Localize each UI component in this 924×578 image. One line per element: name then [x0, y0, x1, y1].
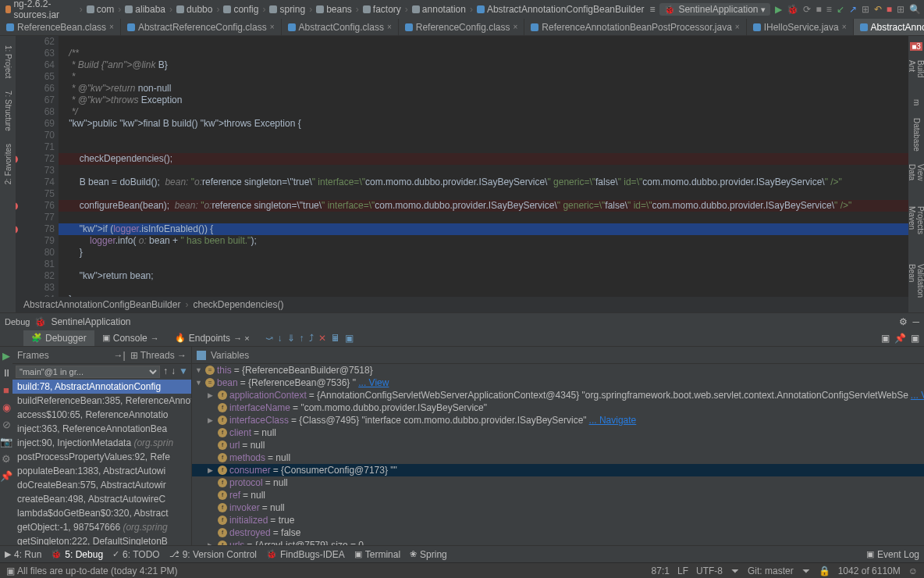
tw-spring[interactable]: ❀ Spring: [410, 549, 447, 560]
breadcrumb-item[interactable]: factory: [361, 3, 403, 16]
breadcrumb-item[interactable]: AbstractAnnotationConfigBeanBuilder: [474, 3, 646, 16]
mute-bp-icon[interactable]: ⊘: [0, 419, 12, 431]
tool-m[interactable]: m: [912, 96, 921, 109]
tw-run[interactable]: ▶ 4: Run: [5, 549, 41, 560]
breadcrumb-item[interactable]: alibaba: [123, 3, 168, 16]
drop-frame-icon[interactable]: ⤴: [309, 333, 314, 344]
run-icon[interactable]: ▶: [775, 4, 782, 15]
frames-down-icon[interactable]: ↓: [171, 366, 176, 378]
lock-icon[interactable]: 🔒: [819, 566, 830, 576]
variable-row[interactable]: f url = null: [192, 439, 924, 451]
editor-tab[interactable]: ReferenceConfig.class×: [399, 19, 525, 35]
close-tab-icon[interactable]: ×: [109, 23, 114, 31]
debugger-tab[interactable]: 🧩 Debugger: [23, 330, 94, 346]
run-cursor-icon[interactable]: ✕: [318, 333, 326, 344]
force-step-icon[interactable]: ⇓: [287, 333, 295, 344]
pin2-icon[interactable]: 📌: [0, 470, 12, 483]
stack-frame[interactable]: inject:90, InjectionMetadata (org.sprin: [12, 436, 191, 450]
pause-icon[interactable]: ⏸: [0, 367, 12, 380]
caret-position[interactable]: 87:1: [652, 566, 670, 576]
tool-project[interactable]: 1: Project: [4, 42, 12, 81]
stack-frame[interactable]: createBean:498, AbstractAutowireC: [12, 492, 191, 506]
variable-row[interactable]: f methods = null: [192, 451, 924, 464]
breadcrumb-item[interactable]: beans: [314, 3, 354, 16]
variable-row[interactable]: ▶f consumer = {ConsumerConfig@7173} "": [192, 464, 924, 476]
stack-frame[interactable]: buildReferenceBean:385, ReferenceAnnotat…: [12, 394, 191, 408]
line-separator[interactable]: LF: [677, 566, 688, 576]
variable-row[interactable]: f ref = null: [192, 489, 924, 501]
layout-icon[interactable]: ▣: [881, 333, 890, 344]
frames-list[interactable]: build:78, AbstractAnnotationConfigbuildR…: [12, 380, 191, 545]
debug-settings-icon[interactable]: ⚙: [899, 316, 908, 327]
run-config-dropdown[interactable]: 🐞 SentinelApplication ▾: [659, 3, 770, 16]
step-over-icon[interactable]: ⤻: [265, 333, 273, 344]
step-out-icon[interactable]: ↑: [300, 333, 304, 344]
variable-row[interactable]: f invoker = null: [192, 501, 924, 514]
stack-frame[interactable]: getObject:-1, 987547666 (org.spring: [12, 520, 191, 534]
stack-frame[interactable]: postProcessPropertyValues:92, Refe: [12, 450, 191, 464]
variable-row[interactable]: f destroyed = false: [192, 526, 924, 539]
frames-up-icon[interactable]: ↑: [163, 366, 168, 378]
tw-terminal[interactable]: ▣ Terminal: [354, 549, 400, 560]
tool-database[interactable]: Database: [912, 115, 921, 155]
stack-frame[interactable]: build:78, AbstractAnnotationConfig: [12, 380, 191, 394]
tw-debug[interactable]: 🐞 5: Debug: [51, 549, 103, 560]
nav-icon[interactable]: ≡: [649, 4, 655, 15]
variable-row[interactable]: ▼= this = {ReferenceBeanBuilder@7518}: [192, 364, 924, 376]
gutter[interactable]: 6263646566676869707172737475767778798081…: [16, 36, 59, 297]
stack-frame[interactable]: access$100:65, ReferenceAnnotatio: [12, 408, 191, 422]
breadcrumb-item[interactable]: spring: [267, 3, 307, 16]
close-debug-icon[interactable]: ▣: [911, 333, 919, 344]
commit-icon[interactable]: ⊞: [862, 4, 869, 15]
close-tab-icon[interactable]: ×: [387, 23, 392, 31]
variable-row[interactable]: f interfaceName = "com.momo.dubbo.provid…: [192, 401, 924, 414]
tool-structure[interactable]: 7: Structure: [4, 87, 12, 134]
editor-breadcrumb[interactable]: AbstractAnnotationConfigBeanBuilder›chec…: [16, 297, 908, 312]
debug-minimize-icon[interactable]: ─: [912, 316, 919, 327]
memory-indicator[interactable]: 1042 of 6110M: [838, 566, 901, 576]
encoding[interactable]: UTF-8: [696, 566, 723, 576]
breadcrumb-item[interactable]: ng-2.6.2-sources.jar: [3, 0, 78, 21]
breadcrumb-item[interactable]: annotation: [410, 3, 468, 16]
stack-frame[interactable]: populateBean:1383, AbstractAutowi: [12, 464, 191, 478]
variables-list[interactable]: ▼= this = {ReferenceBeanBuilder@7518}▼= …: [192, 364, 924, 545]
close-tab-icon[interactable]: ×: [842, 23, 847, 31]
box-icon[interactable]: ■: [887, 4, 892, 15]
coverage-icon[interactable]: ⟳: [803, 4, 811, 15]
variable-row[interactable]: ▶f interfaceClass = {Class@7495} "interf…: [192, 414, 924, 426]
threads-tab[interactable]: ⊞ Threads →: [130, 350, 187, 361]
step-into-icon[interactable]: ↓: [278, 333, 283, 344]
stop-icon[interactable]: ■: [816, 4, 821, 15]
close-tab-icon[interactable]: ×: [270, 23, 275, 31]
stack-frame[interactable]: getSingleton:222, DefaultSingletonB: [12, 534, 191, 545]
stack-frame[interactable]: doCreateBean:575, AbstractAutowir: [12, 478, 191, 492]
evaluate-icon[interactable]: 🖩: [331, 333, 340, 344]
hector-icon[interactable]: ☺: [908, 566, 918, 576]
variable-row[interactable]: ▼= bean = {ReferenceBean@7536} " ... Vie…: [192, 376, 924, 389]
console-tab[interactable]: ▣ Console →: [94, 330, 167, 346]
update-icon[interactable]: ↗: [849, 4, 857, 15]
debug-icon[interactable]: 🐞: [787, 4, 798, 15]
variable-row[interactable]: ▶f applicationContext = {AnnotationConfi…: [192, 389, 924, 401]
dump-icon[interactable]: 📷: [0, 436, 12, 448]
revert-icon[interactable]: ↶: [874, 4, 882, 15]
close-tab-icon[interactable]: ×: [513, 23, 517, 31]
tw-findbugs[interactable]: 🐞 FindBugs-IDEA: [266, 549, 345, 560]
settings-icon[interactable]: ⊞: [897, 4, 904, 15]
trace-icon[interactable]: ▣: [345, 333, 354, 344]
editor-tab[interactable]: AbstractReferenceConfig.class×: [121, 19, 282, 35]
endpoints-tab[interactable]: 🔥 Endpoints → ×: [167, 330, 258, 346]
close-tab-icon[interactable]: ×: [735, 23, 740, 31]
tw-todo[interactable]: ✓ 6: TODO: [112, 549, 160, 560]
frames-filter-icon[interactable]: ▼: [179, 366, 188, 378]
editor-tab[interactable]: AbstractAnnotationConfigBeanBuilder.java…: [854, 19, 924, 35]
code-area[interactable]: /** * Build {"ann">@link B} * * @"kw">re…: [59, 36, 908, 297]
tw-vcs[interactable]: ⎇ 9: Version Control: [169, 549, 257, 560]
pin-icon[interactable]: 📌: [894, 333, 906, 344]
thread-selector[interactable]: "main"@1 in gr...: [16, 366, 160, 378]
tool-maven[interactable]: Maven Projects: [908, 203, 924, 255]
tool-dataview[interactable]: Data View: [908, 161, 924, 197]
tool-favorites[interactable]: 2: Favorites: [4, 141, 12, 187]
search-icon[interactable]: 🔍: [909, 4, 921, 15]
variable-row[interactable]: f client = null: [192, 426, 924, 439]
